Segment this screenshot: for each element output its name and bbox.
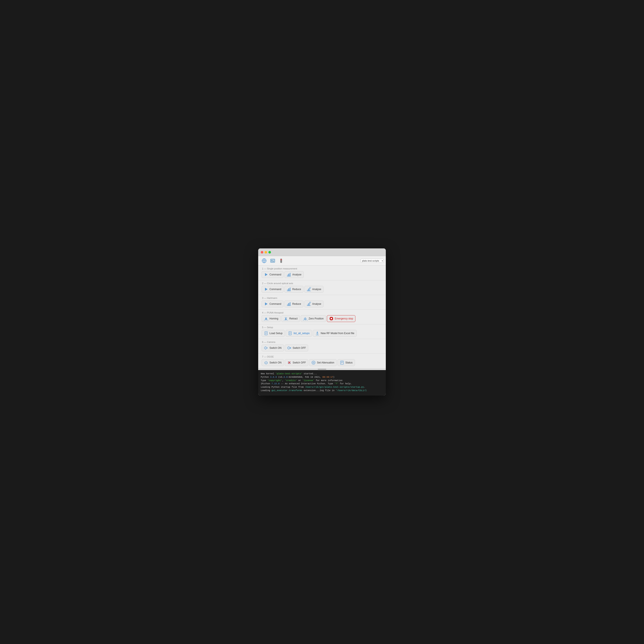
- bar-chart2-icon: [307, 302, 311, 306]
- svg-rect-42: [285, 318, 286, 319]
- button-s1-command[interactable]: Command: [262, 271, 284, 278]
- button-s2-analyse[interactable]: Analyse: [304, 286, 324, 293]
- svg-point-9: [281, 260, 282, 261]
- button-s3-reduce-label: Reduce: [292, 302, 301, 305]
- button-s6-on[interactable]: Switch ON: [262, 345, 284, 351]
- svg-rect-36: [265, 319, 267, 320]
- console-line: Loading gui_executor.transforms extensio…: [261, 389, 383, 392]
- section-section6: 6 — CameraSwitch ONSwitch OFF: [258, 339, 386, 354]
- button-s4-retract[interactable]: Retract: [281, 315, 300, 322]
- button-s7-on-label: Switch ON: [269, 361, 282, 364]
- button-s5-load-label: Load Setup: [269, 332, 282, 335]
- minimize-button[interactable]: [265, 251, 267, 254]
- bar-chart-icon: [287, 287, 291, 291]
- power-on-icon: [264, 360, 268, 365]
- network-icon-button[interactable]: [260, 257, 268, 265]
- close-button[interactable]: [261, 251, 263, 254]
- console-text: New kernel: [261, 372, 275, 375]
- console-line: Loading Python startup file from /Users/…: [261, 386, 383, 389]
- button-s6-off[interactable]: Switch OFF: [285, 345, 308, 351]
- button-s5-list[interactable]: list_all_setups: [286, 330, 312, 337]
- button-s2-reduce-label: Reduce: [292, 288, 301, 291]
- button-s7-off-label: Switch OFF: [293, 361, 306, 364]
- section-section1: 1 — Single position measurementCommandAn…: [258, 266, 386, 280]
- button-s3-analyse[interactable]: Analyse: [304, 301, 324, 307]
- maximize-button[interactable]: [268, 251, 271, 254]
- button-s5-load[interactable]: Load Setup: [262, 330, 285, 337]
- scrollbar-bar: [318, 369, 326, 370]
- section-section4: 4 — PUNA HexapodHomingRetractZero Positi…: [258, 310, 386, 324]
- button-s5-rf[interactable]: New RF Model from Excel file: [313, 330, 357, 337]
- button-s1-analyse-label: Analyse: [292, 273, 301, 276]
- button-s4-zero[interactable]: Zero Position: [301, 315, 326, 322]
- button-s3-analyse-label: Analyse: [312, 302, 321, 305]
- console-text: for help.: [338, 382, 352, 385]
- console-text: started...: [302, 372, 317, 375]
- button-s7-atten[interactable]: Set Attenuation: [309, 359, 336, 366]
- section-section5: 5 — SetupLoad Setuplist_all_setupsNew RF…: [258, 324, 386, 339]
- button-s3-command[interactable]: Command: [262, 301, 284, 307]
- button-s6-on-label: Switch ON: [269, 346, 282, 349]
- console-text: Loading: [261, 389, 271, 392]
- switch-on-icon: [264, 346, 268, 350]
- hexapod-icon: [264, 316, 268, 321]
- section2-title: 2 — Circle around optical axis: [262, 282, 382, 285]
- network-icon: [262, 258, 267, 263]
- svg-line-48: [303, 320, 303, 321]
- section-section3: 3 — HartmannCommandReduceAnalyse: [258, 295, 386, 310]
- console-area: New kernel 'plato-test-scripts' started.…: [258, 370, 386, 396]
- button-s7-status[interactable]: Status: [338, 359, 355, 366]
- stop-icon: [329, 316, 333, 321]
- section7-title: 7 — OGSE: [262, 355, 382, 358]
- section6-buttons: Switch ONSwitch OFF: [262, 345, 382, 351]
- svg-rect-18: [288, 288, 289, 291]
- button-s3-reduce[interactable]: Reduce: [284, 301, 303, 307]
- console-text: (v3.: [277, 376, 284, 378]
- tasks-area: 1 — Single position measurementCommandAn…: [258, 266, 386, 368]
- svg-marker-26: [265, 302, 268, 305]
- svg-rect-4: [271, 259, 275, 262]
- svg-rect-12: [287, 275, 288, 276]
- section6-title: 6 — Camera: [262, 341, 382, 343]
- button-s4-homing-label: Homing: [269, 317, 278, 320]
- svg-line-43: [284, 320, 284, 321]
- button-s4-homing[interactable]: Homing: [262, 315, 281, 322]
- console-text: :024d8058b0, Feb: [288, 376, 310, 378]
- console-text: 08:48:17: [322, 376, 333, 378]
- button-s4-emergency[interactable]: Emergency stop: [327, 315, 356, 322]
- svg-line-40: [268, 320, 268, 321]
- console-line: Type 'copyright', 'credits' or 'license'…: [261, 379, 383, 382]
- console-line: New kernel 'plato-test-scripts' started.…: [261, 372, 383, 376]
- console-text: 7.15.0: [271, 382, 279, 385]
- svg-line-38: [264, 320, 265, 321]
- button-s7-on[interactable]: Switch ON: [262, 359, 284, 366]
- section2-buttons: CommandReduceAnalyse: [262, 286, 382, 293]
- console-text: ,: [282, 379, 285, 382]
- button-s5-rf-label: New RF Model from Excel file: [321, 332, 354, 335]
- button-s2-command[interactable]: Command: [262, 286, 284, 293]
- section7-buttons: Switch ONSwitch OFFSet AttenuationStatus: [262, 359, 382, 366]
- play-icon: [264, 272, 268, 277]
- terminal-icon-button[interactable]: [269, 257, 276, 265]
- power-off-icon: [287, 360, 291, 365]
- svg-rect-31: [307, 304, 308, 306]
- button-s2-reduce[interactable]: Reduce: [284, 286, 303, 293]
- kernel-select[interactable]: plato-test-scripts: [360, 259, 384, 263]
- console-text: 'license': [302, 379, 314, 382]
- button-s7-off[interactable]: Switch OFF: [285, 359, 308, 366]
- button-s1-analyse[interactable]: Analyse: [284, 271, 304, 278]
- console-text: 3.8.8: [270, 376, 277, 378]
- console-text: gui_executor.transforms: [271, 389, 302, 392]
- traffic-light-icon-button[interactable]: [277, 257, 285, 265]
- zero-icon: [303, 316, 307, 321]
- scrollbar-hint: [258, 368, 386, 370]
- svg-rect-54: [331, 318, 332, 319]
- svg-rect-21: [307, 290, 308, 291]
- console-text: .: [364, 386, 365, 388]
- section1-title: 1 — Single position measurement: [262, 267, 382, 270]
- button-s2-analyse-label: Analyse: [312, 288, 321, 291]
- desktop: plato-test-scripts ▾ 1 — Single position…: [241, 248, 403, 396]
- svg-rect-37: [265, 318, 267, 319]
- svg-rect-47: [304, 319, 306, 320]
- console-text: Loading Python startup file from: [261, 386, 305, 388]
